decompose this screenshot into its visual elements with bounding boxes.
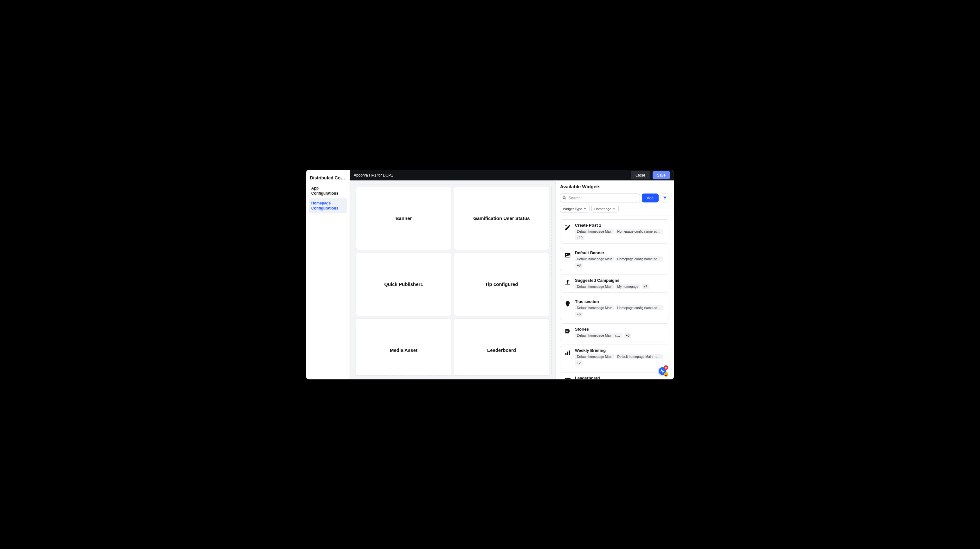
app-window: Distributed Config… App Configurations H… <box>306 170 674 379</box>
widget-tag: Homepage config name additi… <box>616 229 663 234</box>
widget-tag-more: +8 <box>575 263 582 267</box>
svg-point-0 <box>563 197 565 199</box>
canvas-cell[interactable]: Banner <box>356 186 451 250</box>
canvas-cell[interactable]: Quick Publisher1 <box>356 252 451 316</box>
sidebar-title: Distributed Config… <box>309 174 347 183</box>
search-icon <box>563 196 566 200</box>
widget-name: Default Banner <box>575 250 665 255</box>
widget-tag: Default homepage Main <box>575 256 614 261</box>
homepage-select[interactable]: Homepage <box>592 205 619 212</box>
widget-tags: Default homepage MainHomepage config nam… <box>575 305 665 316</box>
widget-tag-more: +2 <box>575 360 582 365</box>
canvas-cell[interactable]: Media Asset <box>356 318 451 375</box>
widget-tags: Default homepage MainHomepage config nam… <box>575 229 665 240</box>
available-widgets-panel: Available Widgets Add <box>555 180 674 379</box>
widget-body: Weekly BriefingDefault homepage MainDefa… <box>575 348 665 365</box>
widget-card[interactable]: StoriesDefault homepage Main - clone+3 <box>560 323 670 341</box>
close-button[interactable]: Close <box>631 171 650 180</box>
widget-tags: Default homepage Main - clone+3 <box>575 333 665 337</box>
widget-type-select[interactable]: Widget Type <box>560 205 590 212</box>
widget-tags: Default homepage MainDefault homepage Ma… <box>575 354 665 365</box>
widget-body: Suggested CampaignsDefault homepage Main… <box>575 278 665 289</box>
widget-tag: Default homepage Main <box>575 305 614 310</box>
widget-tag: Default homepage Main <box>575 284 614 289</box>
widget-body: Tips sectionDefault homepage MainHomepag… <box>575 299 665 316</box>
search-wrap <box>560 193 640 202</box>
widget-card[interactable]: Weekly BriefingDefault homepage MainDefa… <box>560 344 670 369</box>
search-input[interactable] <box>560 193 640 202</box>
widget-name: Suggested Campaigns <box>575 278 665 282</box>
chevron-down-icon <box>612 207 616 210</box>
widget-tag: My homepage <box>616 284 641 289</box>
activity-icon <box>660 369 665 373</box>
save-button[interactable]: Save <box>652 171 670 180</box>
widget-body: Default BannerDefault homepage MainHomep… <box>575 250 665 267</box>
story-icon <box>564 328 571 335</box>
widget-tag: Homepage config name additi… <box>616 256 663 261</box>
sidebar-item-app-configurations[interactable]: App Configurations <box>309 183 347 199</box>
main-panel: Apoorva HP1 for DCP1 Close Save Banner G… <box>350 170 674 379</box>
content-row: Banner Gamification User Status Quick Pu… <box>350 180 674 379</box>
filter-icon <box>663 196 667 200</box>
widget-body: Create Post 1Default homepage MainHomepa… <box>575 223 665 240</box>
widget-name: Stories <box>575 326 665 331</box>
widget-body: LeaderboardDefault homepage MainApoorva … <box>575 375 665 379</box>
widget-tag-more: +6 <box>575 311 582 316</box>
widget-name: Weekly Briefing <box>575 348 665 352</box>
activity-badge-errors: 0 <box>664 366 668 370</box>
widget-card[interactable]: Suggested CampaignsDefault homepage Main… <box>560 274 670 292</box>
widget-card[interactable]: Default BannerDefault homepage MainHomep… <box>560 247 670 271</box>
filter-button[interactable] <box>660 193 670 202</box>
compose-icon <box>564 224 571 231</box>
widget-name: Leaderboard <box>575 375 665 379</box>
widget-tag-more: +10 <box>575 235 584 240</box>
widget-tags: Default homepage MainHomepage config nam… <box>575 256 665 267</box>
widget-tag: Default homepage Main <box>575 229 614 234</box>
image-icon <box>564 251 571 258</box>
widget-name: Create Post 1 <box>575 223 665 227</box>
page-title: Apoorva HP1 for DCP1 <box>354 173 628 178</box>
sidebar: Distributed Config… App Configurations H… <box>306 170 350 379</box>
trophy-icon <box>564 377 571 379</box>
chevron-down-icon <box>584 207 587 210</box>
rp-controls: Add Widget Type Homepage <box>555 191 674 216</box>
barchart-icon <box>564 349 571 356</box>
activity-monitor-button[interactable]: 0 1 <box>659 368 666 375</box>
homepage-label: Homepage <box>594 207 611 210</box>
widget-tag-more: +7 <box>641 284 649 289</box>
widget-list[interactable]: Create Post 1Default homepage MainHomepa… <box>555 216 674 379</box>
svg-line-1 <box>565 199 566 199</box>
add-button[interactable]: Add <box>642 193 659 202</box>
widget-card[interactable]: Tips sectionDefault homepage MainHomepag… <box>560 295 670 320</box>
widget-tags: Default homepage MainMy homepage+7 <box>575 284 665 289</box>
widget-tag: Default homepage Main - clone <box>616 354 663 359</box>
lightbulb-icon <box>564 300 571 307</box>
canvas-cell[interactable]: Tip configured <box>454 252 549 316</box>
canvas-grid: Banner Gamification User Status Quick Pu… <box>356 186 549 375</box>
widget-body: StoriesDefault homepage Main - clone+3 <box>575 326 665 337</box>
widget-tag: Default homepage Main <box>575 354 614 359</box>
widget-card[interactable]: Create Post 1Default homepage MainHomepa… <box>560 219 670 243</box>
canvas-wrap: Banner Gamification User Status Quick Pu… <box>350 180 555 379</box>
upload-icon <box>564 279 571 286</box>
layout-canvas[interactable]: Banner Gamification User Status Quick Pu… <box>354 184 552 375</box>
sidebar-item-homepage-configurations[interactable]: Homepage Configurations <box>309 199 347 213</box>
widget-type-label: Widget Type <box>563 207 582 210</box>
topbar: Apoorva HP1 for DCP1 Close Save <box>350 170 674 181</box>
available-widgets-title: Available Widgets <box>560 183 670 189</box>
canvas-cell[interactable]: Leaderboard <box>454 318 549 375</box>
widget-tag: Homepage config name additi… <box>616 305 663 310</box>
rp-header: Available Widgets <box>555 180 674 191</box>
activity-badge-warnings: 1 <box>664 372 668 377</box>
canvas-cell[interactable]: Gamification User Status <box>454 186 549 250</box>
widget-tag-more: +3 <box>624 333 632 337</box>
widget-name: Tips section <box>575 299 665 304</box>
widget-tag: Default homepage Main - clone <box>575 333 622 337</box>
widget-card[interactable]: LeaderboardDefault homepage MainApoorva … <box>560 372 670 379</box>
